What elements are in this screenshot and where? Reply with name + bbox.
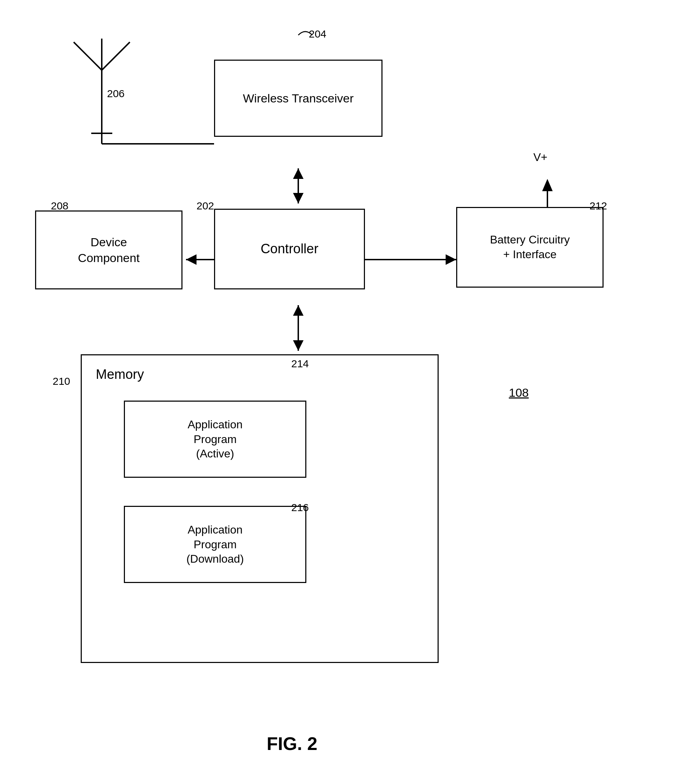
battery-circuitry-box: Battery Circuitry+ Interface	[456, 207, 604, 287]
svg-marker-19	[542, 179, 553, 191]
controller-label: Controller	[261, 240, 319, 258]
app-download-label: ApplicationProgram(Download)	[186, 523, 244, 567]
svg-marker-11	[186, 254, 197, 265]
vplus-label: V+	[534, 151, 548, 164]
svg-marker-8	[293, 169, 304, 179]
svg-marker-16	[293, 305, 304, 316]
svg-line-1	[74, 42, 102, 70]
ref-204: 204	[309, 28, 326, 40]
device-component-label: DeviceComponent	[78, 234, 140, 265]
ref-214: 214	[291, 358, 309, 370]
app-active-label: ApplicationProgram(Active)	[188, 417, 243, 461]
app-active-box: ApplicationProgram(Active)	[124, 401, 306, 478]
svg-marker-14	[446, 254, 456, 265]
memory-outer-box: Memory ApplicationProgram(Active) Applic…	[81, 354, 439, 663]
ref-210: 210	[53, 375, 70, 387]
app-download-box: ApplicationProgram(Download)	[124, 506, 306, 583]
wireless-transceiver-box: Wireless Transceiver	[214, 59, 382, 137]
ref-202: 202	[197, 200, 214, 212]
ref-108: 108	[509, 386, 529, 400]
battery-circuitry-label: Battery Circuitry+ Interface	[490, 233, 570, 262]
svg-marker-9	[293, 193, 304, 203]
figure-label: FIG. 2	[267, 733, 317, 754]
memory-label: Memory	[96, 366, 144, 383]
ref-216: 216	[291, 501, 309, 514]
diagram-container: Wireless Transceiver Controller DeviceCo…	[0, 0, 679, 784]
controller-box: Controller	[214, 209, 365, 289]
ref-206: 206	[107, 88, 125, 100]
device-component-box: DeviceComponent	[35, 211, 183, 289]
ref-212: 212	[590, 200, 607, 212]
svg-line-3	[102, 42, 130, 70]
ref-208: 208	[51, 200, 69, 212]
svg-marker-17	[293, 340, 304, 351]
wireless-transceiver-label: Wireless Transceiver	[243, 91, 354, 106]
